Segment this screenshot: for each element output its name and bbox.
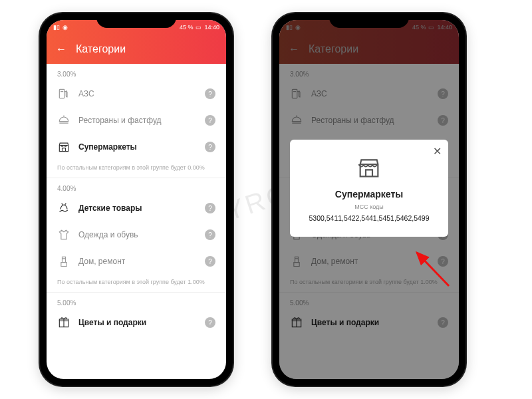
- notch: [96, 13, 176, 28]
- category-row[interactable]: Супермаркеты?: [47, 134, 226, 160]
- cashback-percent-label: 5.00%: [47, 293, 226, 309]
- battery-icon: ▭: [196, 24, 201, 31]
- help-icon[interactable]: ?: [205, 317, 215, 328]
- category-label: Детские товары: [78, 203, 197, 213]
- group-note: По остальным категориям в этой группе бу…: [47, 160, 226, 178]
- category-row[interactable]: Дом, ремонт?: [47, 248, 226, 275]
- category-detail-modal: ✕ Супермаркеты MCC коды 5300,5411,5422,5…: [290, 140, 448, 237]
- back-icon[interactable]: ←: [56, 43, 66, 55]
- category-row[interactable]: Рестораны и фастфуд?: [47, 107, 226, 134]
- help-icon[interactable]: ?: [205, 256, 215, 267]
- category-row[interactable]: Детские товары?: [47, 195, 226, 221]
- category-row[interactable]: АЗС?: [47, 80, 226, 107]
- help-icon[interactable]: ?: [205, 88, 215, 99]
- toy-icon: [57, 201, 70, 215]
- app-bar: ← Категории: [47, 35, 226, 64]
- mcc-codes: 5300,5411,5422,5441,5451,5462,5499: [299, 214, 439, 222]
- clock: 14:40: [204, 24, 219, 31]
- cashback-percent-label: 4.00%: [47, 178, 226, 195]
- modal-title: Супермаркеты: [299, 189, 439, 200]
- category-label: Цветы и подарки: [78, 318, 197, 327]
- category-row[interactable]: Одежда и обувь?: [47, 221, 226, 248]
- category-label: Супермаркеты: [78, 142, 197, 152]
- battery-pct: 45 %: [180, 24, 194, 31]
- help-icon[interactable]: ?: [205, 229, 215, 240]
- food-icon: [57, 114, 70, 127]
- group-note: По остальным категориям в этой группе бу…: [47, 275, 226, 293]
- modal-subtitle: MCC коды: [299, 203, 439, 210]
- help-icon[interactable]: ?: [205, 203, 215, 213]
- svg-rect-0: [59, 89, 65, 98]
- device-frame-left: ▮▯ ◉ 45 % ▭ 14:40 ← Категории 3.00%АЗС?Р…: [40, 13, 233, 386]
- category-label: АЗС: [78, 89, 197, 98]
- category-label: Рестораны и фастфуд: [78, 116, 197, 125]
- notch: [329, 13, 409, 28]
- help-icon[interactable]: ?: [205, 115, 215, 126]
- shirt-icon: [57, 228, 70, 241]
- screen-left: ▮▯ ◉ 45 % ▭ 14:40 ← Категории 3.00%АЗС?Р…: [47, 20, 226, 379]
- wifi-icon: ◉: [63, 24, 68, 31]
- category-label: Одежда и обувь: [78, 230, 197, 239]
- categories-list: 3.00%АЗС?Рестораны и фастфуд?Супермаркет…: [47, 64, 226, 379]
- page-title: Категории: [76, 43, 126, 55]
- store-icon: [57, 140, 70, 154]
- signal-icon: ▮▯: [53, 24, 60, 31]
- store-icon: [356, 154, 382, 181]
- device-frame-right: ▮▯ ◉ 45 % ▭ 14:40 ← Категории 3.00%АЗС?Р…: [273, 13, 466, 386]
- screen-right: ▮▯ ◉ 45 % ▭ 14:40 ← Категории 3.00%АЗС?Р…: [279, 20, 459, 379]
- gift-icon: [57, 316, 70, 329]
- category-row[interactable]: Цветы и подарки?: [47, 309, 226, 336]
- close-icon[interactable]: ✕: [433, 145, 442, 158]
- cashback-percent-label: 3.00%: [47, 64, 226, 80]
- category-label: Дом, ремонт: [78, 257, 197, 266]
- gas-icon: [57, 87, 70, 100]
- repair-icon: [57, 255, 70, 268]
- help-icon[interactable]: ?: [205, 142, 215, 152]
